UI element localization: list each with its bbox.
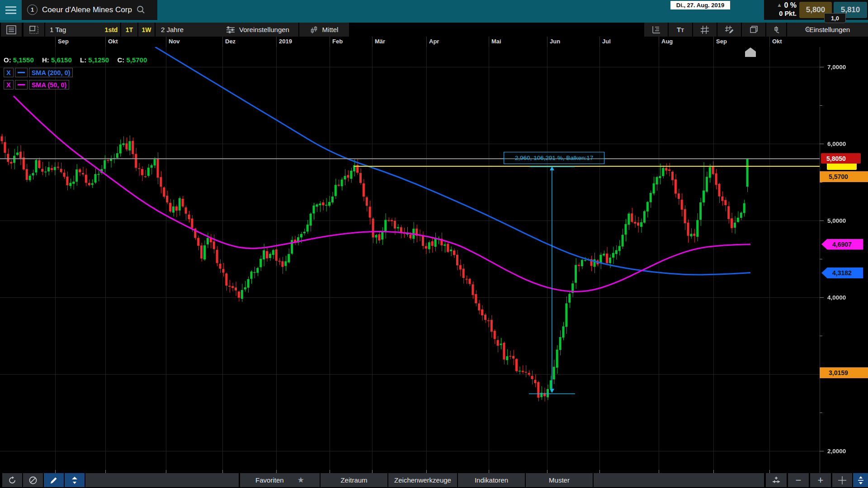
scale-lines-icon <box>651 25 661 34</box>
muster-button[interactable]: Muster <box>526 473 593 487</box>
presets-button[interactable]: Voreinstellungen <box>217 23 298 37</box>
layers-icon <box>749 25 758 34</box>
month-label: Mai <box>491 38 501 45</box>
list-icon <box>6 25 16 34</box>
order-book-button[interactable] <box>1 23 22 37</box>
menu-button[interactable] <box>0 0 22 20</box>
month-label: 2019 <box>279 38 292 45</box>
zoom-in-button[interactable]: + <box>810 473 831 487</box>
month-tick <box>489 37 489 47</box>
sma200-label[interactable]: SMA (200, 0) <box>29 68 73 77</box>
month-label: Sep <box>716 38 727 45</box>
high-value: 5,6150 <box>51 56 72 64</box>
bottom-bar-filler <box>594 473 764 487</box>
month-tick <box>713 37 714 47</box>
price-axis-label: 4,0000 <box>827 294 846 301</box>
price-badge: 5,8050 <box>821 153 861 164</box>
chart-toolbar: 1 Tag 1std 1T 1W 2 Jahre Voreinstellunge… <box>0 23 868 37</box>
grid-edit-button[interactable] <box>717 23 741 37</box>
date-axis[interactable]: SepOktNovDez2019FebMärAprMaiJunJulAugSep… <box>0 37 868 47</box>
open-value: 5,1550 <box>13 56 34 64</box>
zeichenwerkzeuge-button[interactable]: Zeichenwerkzeuge <box>388 473 457 487</box>
month-tick <box>105 37 106 47</box>
price-axis-label: 6,0000 <box>827 141 846 147</box>
anchor-tool-button[interactable] <box>766 23 786 37</box>
grid-settings-button[interactable] <box>693 23 717 37</box>
symbol-title-panel[interactable]: 1 Coeur d'Alene Mines Corp <box>22 0 157 20</box>
windows-button[interactable] <box>742 23 765 37</box>
grid-pencil-icon <box>725 25 734 34</box>
star-icon: ★ <box>297 475 304 485</box>
draw-mode-button[interactable] <box>44 473 64 487</box>
zoom-out-button[interactable]: − <box>788 473 809 487</box>
crosshair-icon <box>838 476 847 485</box>
favorites-button[interactable]: Favoriten ★ <box>240 473 320 487</box>
crosshair-button[interactable] <box>832 473 852 487</box>
price-axis-label: 5,0000 <box>827 217 846 224</box>
auto-scale-button[interactable] <box>853 473 868 487</box>
timeframe-1t[interactable]: 1T <box>121 23 137 37</box>
price-badge: 3,0159 <box>820 367 868 378</box>
hamburger-icon <box>5 6 16 8</box>
symbol-title: Coeur d'Alene Mines Corp <box>42 5 132 14</box>
price-chart-canvas[interactable] <box>0 47 868 473</box>
text-tool-button[interactable]: TT <box>669 23 692 37</box>
price-axis-label: 7,0000 <box>827 64 846 70</box>
grid-icon <box>700 25 709 34</box>
timeframe-1w[interactable]: 1W <box>138 23 155 37</box>
font-icon: TT <box>677 26 684 33</box>
price-scale-button[interactable] <box>644 23 668 37</box>
layout-button[interactable] <box>24 23 44 37</box>
month-tick <box>222 37 223 47</box>
fit-horizontal-icon <box>771 476 781 485</box>
chart-area: O: 5,1550 H: 5,6150 L: 5,1250 C: 5,5700 … <box>0 47 868 473</box>
header-bar: 1 Coeur d'Alene Mines Corp ▲ 0 % 0 Pkt. … <box>0 0 868 23</box>
indikatoren-button[interactable]: Indikatoren <box>458 473 525 487</box>
period-label: 1 Tag <box>50 26 66 33</box>
month-tick <box>547 37 547 47</box>
reset-chart-button[interactable] <box>2 473 22 487</box>
month-label: Mär <box>375 38 385 45</box>
date-tooltip: Di., 27. Aug. 2019 <box>670 1 730 9</box>
sma50-line-sample[interactable] <box>15 80 28 89</box>
measurement-label[interactable]: 2,960, 106,291 %, Balken:17 <box>504 152 604 164</box>
sma200-line-sample[interactable] <box>15 68 28 77</box>
candlestick-icon <box>310 26 318 34</box>
month-label: Feb <box>332 38 343 45</box>
range-label: 2 Jahre <box>161 26 184 33</box>
average-label: Mittel <box>322 26 339 33</box>
change-block: ▲ 0 % 0 Pkt. <box>764 0 797 20</box>
month-tick <box>55 37 56 47</box>
close-value: 5,5700 <box>126 56 147 64</box>
sma50-label[interactable]: SMA (50, 0) <box>29 80 70 89</box>
month-tick <box>659 37 659 47</box>
presets-label: Voreinstellungen <box>239 26 289 33</box>
layout-grid-icon <box>29 25 39 34</box>
sma200-legend-row: X SMA (200, 0) <box>4 68 73 77</box>
month-tick <box>426 37 427 47</box>
up-triangle-icon: ▲ <box>777 2 782 8</box>
period-selector[interactable]: 1 Tag <box>45 23 106 37</box>
zeitraum-button[interactable]: Zeitraum <box>321 473 387 487</box>
month-tick <box>769 37 770 47</box>
sort-flip-button[interactable] <box>65 473 85 487</box>
month-label: Nov <box>169 38 180 45</box>
settings-button[interactable]: Einstellungen <box>809 23 868 37</box>
sma50-remove-button[interactable]: X <box>4 80 14 89</box>
range-selector[interactable]: 2 Jahre <box>156 23 222 37</box>
clear-drawings-button[interactable] <box>23 473 43 487</box>
ohlc-legend: O: 5,1550 H: 5,6150 L: 5,1250 C: 5,5700 <box>4 56 153 64</box>
search-icon[interactable] <box>137 5 145 14</box>
month-tick <box>599 37 600 47</box>
circle-slash-icon <box>28 476 38 485</box>
sma200-remove-button[interactable]: X <box>4 68 14 77</box>
fit-width-button[interactable] <box>766 473 787 487</box>
low-label: L: <box>80 56 86 64</box>
pencil-icon <box>49 476 58 485</box>
change-points: 0 Pkt. <box>764 10 797 17</box>
month-label: Apr <box>429 38 439 45</box>
timeframe-1std[interactable]: 1std <box>102 23 120 37</box>
month-label: Aug <box>661 38 673 45</box>
refresh-icon <box>8 476 17 485</box>
average-button[interactable]: Mittel <box>299 23 349 37</box>
